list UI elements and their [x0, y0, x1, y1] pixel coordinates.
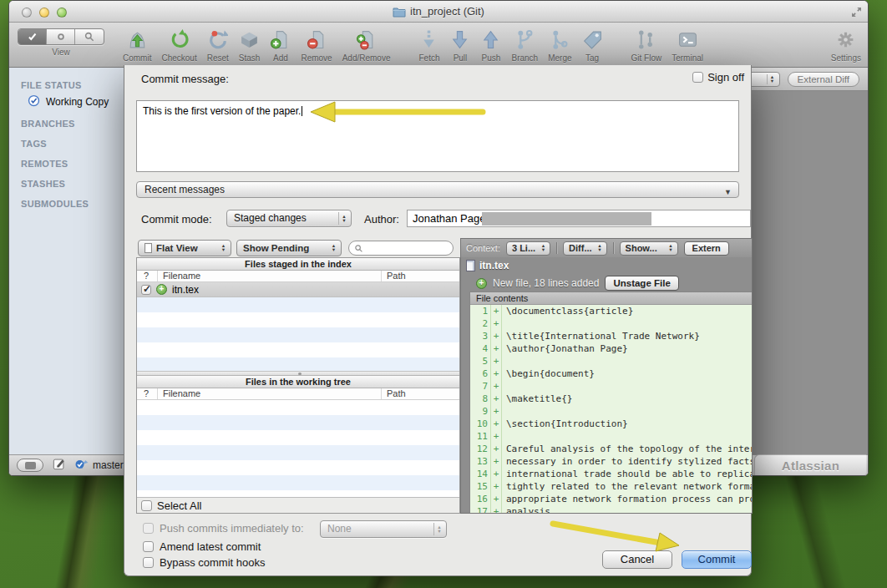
toolbar-button-label: Tag — [585, 53, 599, 63]
file-contents-panel: File contents 1+\documentclass{article}2… — [469, 291, 753, 514]
sign-off-control[interactable]: Sign off — [692, 71, 744, 84]
toolbar-button-merge[interactable]: Merge — [548, 28, 571, 63]
bypass-checkbox[interactable] — [143, 557, 154, 568]
line-number: 14 — [470, 468, 491, 480]
push-immediately-option: Push commits immediately to: — [143, 522, 304, 535]
added-line-marker: + — [491, 380, 502, 393]
diff-code-view[interactable]: 1+\documentclass{article}2+3+\title{Inte… — [470, 305, 753, 514]
bypass-option: Bypass commit hooks — [143, 556, 265, 569]
sidebar-item-working-copy[interactable]: Working Copy — [9, 93, 124, 111]
toolbar-buttons: CommitCheckoutResetStashAddRemoveAdd/Rem… — [118, 28, 861, 63]
push-immediately-checkbox[interactable] — [143, 523, 154, 534]
toolbar-button-checkout[interactable]: Checkout — [161, 28, 196, 63]
push-icon — [480, 28, 501, 51]
toolbar-button-label: Terminal — [672, 53, 703, 63]
select-all-row[interactable]: Select All — [137, 497, 459, 513]
added-status-icon — [156, 284, 167, 295]
added-line-marker: + — [491, 430, 502, 443]
file-icon — [144, 243, 152, 253]
file-status-view-segment[interactable] — [18, 29, 47, 44]
toolbar-button-label: Push — [482, 53, 501, 63]
toolbar-button-label: Git Flow — [631, 53, 662, 63]
toolbar-button-stash[interactable]: Stash — [239, 28, 261, 63]
view-segmented-control[interactable] — [18, 28, 104, 45]
toolbar-button-push[interactable]: Push — [480, 28, 501, 63]
stepper-icon: ▲▼ — [539, 244, 548, 253]
toolbar-button-add-remove[interactable]: Add/Remove — [342, 28, 391, 63]
commit-sheet: Commit message: Sign off This is the fir… — [124, 65, 752, 576]
commit-button[interactable]: Commit — [682, 550, 752, 569]
unstage-file-button[interactable]: Unstage File — [605, 276, 678, 291]
select-all-checkbox[interactable] — [141, 500, 152, 511]
code-line: 16+appropriate network formation process… — [470, 493, 753, 505]
cancel-button[interactable]: Cancel — [602, 550, 672, 569]
external-diff-button[interactable]: External Diff — [788, 72, 859, 87]
diff-summary: New file, 18 lines added — [493, 277, 599, 289]
toolbar-button-branch[interactable]: Branch — [511, 28, 538, 63]
pending-filter-popup[interactable]: Show Pending▲▼ — [236, 240, 342, 256]
view-control-group: View — [18, 28, 104, 57]
toolbar-button-remove[interactable]: Remove — [301, 28, 332, 63]
staged-file-row[interactable]: itn.tex — [137, 282, 459, 297]
external-button[interactable]: Extern — [684, 241, 729, 256]
show-popup[interactable]: Show...▲▼ — [620, 241, 678, 256]
code-text: international trade should be able to re… — [502, 468, 753, 480]
toolbar-button-pull[interactable]: Pull — [449, 28, 470, 63]
toolbar-button-label: Commit — [123, 53, 151, 63]
sidebar-section-file-status[interactable]: FILE STATUS — [9, 73, 124, 93]
commit-message-textarea[interactable]: This is the first version of the paper. — [136, 100, 739, 172]
sidebar-section-branches[interactable]: BRANCHES — [9, 111, 124, 131]
sidebar-section-remotes[interactable]: REMOTES — [9, 151, 124, 171]
toolbar-button-fetch[interactable]: Fetch — [418, 28, 439, 63]
edit-repo-icon[interactable] — [53, 457, 66, 474]
sidebar-toggle-button[interactable] — [17, 459, 43, 472]
toolbar-button-tag[interactable]: Tag — [582, 28, 603, 63]
added-line-marker: + — [491, 405, 502, 418]
code-text: appropriate network formation process ca… — [502, 493, 753, 505]
remove-icon — [307, 28, 327, 51]
toolbar-button-terminal[interactable]: Terminal — [672, 28, 703, 63]
code-line: 8+\maketitle{} — [470, 393, 753, 405]
toolbar-button-settings[interactable]: Settings — [831, 28, 861, 63]
toolbar-button-commit[interactable]: Commit — [123, 28, 151, 63]
commit-message-text: This is the first version of the paper. — [143, 105, 301, 117]
amend-checkbox[interactable] — [143, 541, 154, 552]
fullscreen-icon[interactable] — [851, 6, 862, 21]
staged-file-checkbox[interactable] — [141, 285, 151, 295]
context-lines-popup[interactable]: 3 Li...▲▼ — [506, 241, 550, 256]
line-number: 7 — [470, 380, 491, 393]
search-view-segment[interactable] — [75, 29, 104, 44]
line-number: 1 — [470, 305, 491, 317]
code-text — [502, 380, 506, 393]
staged-column-header[interactable]: ? Filename Path — [137, 271, 459, 282]
divider — [613, 242, 614, 254]
commit-icon — [127, 28, 148, 51]
code-line: 11+ — [470, 430, 753, 443]
added-line-marker: + — [491, 355, 502, 368]
toolbar-button-reset[interactable]: Reset — [207, 28, 229, 63]
staged-filename: itn.tex — [172, 284, 199, 296]
toolbar-button-add[interactable]: Add — [270, 28, 291, 63]
recent-messages-dropdown[interactable]: Recent messages ▼ — [136, 181, 739, 198]
code-text: necessary in order to identify stylized … — [502, 455, 753, 468]
log-view-segment[interactable] — [47, 29, 75, 44]
working-column-header[interactable]: ? Filename Path — [137, 388, 459, 400]
titlebar[interactable]: itn_project (Git) — [9, 1, 868, 23]
toolbar-button-git-flow[interactable]: Git Flow — [631, 28, 662, 63]
amend-label: Amend latest commit — [160, 540, 261, 553]
commit-mode-popup[interactable]: Staged changes ▲▼ — [226, 210, 352, 227]
sidebar-section-stashes[interactable]: STASHES — [9, 171, 124, 191]
push-immediately-label: Push commits immediately to: — [160, 522, 304, 535]
files-view-popup[interactable]: Flat View▲▼ — [138, 240, 231, 256]
sidebar-section-submodules[interactable]: SUBMODULES — [9, 191, 124, 211]
sign-off-checkbox[interactable] — [692, 72, 703, 83]
sidebar-section-tags[interactable]: TAGS — [9, 131, 124, 151]
diff-mode-popup[interactable]: Diff...▲▼ — [563, 241, 607, 256]
author-field[interactable]: Jonathan Page — [407, 210, 751, 227]
select-all-label: Select All — [157, 499, 201, 512]
file-search-input[interactable] — [348, 241, 454, 256]
code-text — [502, 317, 506, 330]
author-email-redaction — [482, 212, 651, 226]
staged-empty-rows — [137, 297, 459, 371]
push-target-popup[interactable]: None ▲▼ — [320, 520, 447, 538]
